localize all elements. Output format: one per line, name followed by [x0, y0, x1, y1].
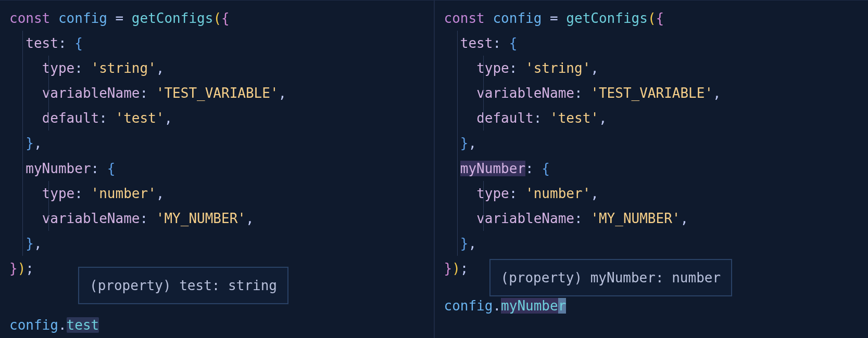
type-hint-tooltip: (property) myNumber: number [489, 259, 733, 296]
prop-variablename: variableName [42, 211, 140, 226]
colon: : [74, 60, 91, 76]
brace-close: } [460, 135, 469, 151]
identifier-config: config [9, 317, 58, 333]
prop-type: type [42, 186, 75, 201]
code-line[interactable]: type: 'string', [444, 56, 869, 81]
code-line[interactable]: }, [9, 231, 434, 256]
keyword-const: const [9, 10, 50, 26]
identifier-config: config [58, 10, 107, 26]
comma: , [590, 60, 599, 76]
comma: , [468, 236, 476, 251]
string-literal: 'test' [550, 110, 599, 126]
code-line[interactable]: type: 'number', [444, 181, 869, 206]
colon: : [140, 211, 156, 226]
string-literal: 'number' [91, 186, 156, 201]
prop-type: type [476, 186, 509, 201]
editor-pane-left[interactable]: const config = getConfigs({ test: { type… [0, 0, 435, 338]
comma: , [156, 60, 165, 76]
string-literal: 'test' [116, 110, 165, 126]
code-line[interactable]: default: 'test', [444, 106, 869, 131]
brace-close: } [26, 236, 34, 251]
colon: : [493, 35, 509, 51]
paren-open: ( [213, 10, 221, 26]
colon: : [140, 85, 156, 101]
code-line[interactable]: type: 'number', [9, 181, 434, 206]
code-line[interactable]: const config = getConfigs({ [444, 6, 869, 31]
brace-close: } [444, 261, 452, 276]
prop-variablename: variableName [476, 85, 574, 101]
code-line[interactable]: variableName: 'TEST_VARIABLE', [9, 81, 434, 106]
semicolon: ; [26, 261, 34, 276]
comma: , [34, 236, 42, 251]
brace-open: { [509, 35, 518, 51]
type-hint-tooltip: (property) test: string [78, 267, 288, 304]
fn-getconfigs: getConfigs [132, 10, 213, 26]
cursor-char: r [558, 298, 567, 314]
code-line[interactable]: myNumber: { [444, 156, 869, 181]
comma: , [164, 110, 172, 126]
brace-close: } [26, 135, 34, 151]
code-line[interactable]: test: { [444, 31, 869, 56]
prop-mynumber: myNumber [460, 161, 525, 176]
colon: : [74, 186, 91, 201]
code-line[interactable]: default: 'test', [9, 106, 434, 131]
prop-variablename: variableName [476, 211, 574, 226]
brace-close: } [9, 261, 18, 276]
code-line[interactable]: myNumber: { [9, 156, 434, 181]
colon: : [525, 161, 542, 176]
prop-access-test: test [67, 317, 99, 333]
string-literal: 'MY_NUMBER' [156, 211, 246, 226]
equals: = [107, 10, 132, 26]
code-line[interactable]: variableName: 'TEST_VARIABLE', [444, 81, 869, 106]
dot: . [493, 298, 501, 314]
brace-open: { [221, 10, 230, 26]
code-line[interactable]: }, [444, 131, 869, 155]
paren-open: ( [648, 10, 656, 26]
editor-container: const config = getConfigs({ test: { type… [0, 0, 868, 338]
comma: , [156, 186, 165, 201]
editor-pane-right[interactable]: const config = getConfigs({ test: { type… [435, 0, 869, 338]
brace-open: { [656, 10, 664, 26]
code-line-expr[interactable]: config.test [9, 313, 99, 337]
prop-type: type [476, 60, 509, 76]
prop-default: default [476, 110, 534, 126]
colon: : [99, 110, 115, 126]
paren-close: ) [18, 261, 26, 276]
code-line[interactable]: variableName: 'MY_NUMBER', [444, 206, 869, 231]
code-line[interactable]: type: 'string', [9, 56, 434, 81]
comma: , [468, 135, 476, 151]
comma: , [680, 211, 688, 226]
code-line[interactable]: test: { [9, 31, 434, 56]
code-line[interactable]: }, [444, 231, 869, 256]
string-literal: 'string' [525, 60, 590, 76]
colon: : [509, 60, 525, 76]
identifier-config: config [444, 298, 493, 314]
brace-open: { [542, 161, 550, 176]
dot: . [58, 317, 67, 333]
colon: : [534, 110, 550, 126]
comma: , [246, 211, 254, 226]
prop-type: type [42, 60, 75, 76]
colon: : [91, 161, 107, 176]
brace-close: } [460, 236, 469, 251]
comma: , [599, 110, 607, 126]
colon: : [574, 85, 590, 101]
prop-test: test [460, 35, 493, 51]
string-literal: 'number' [525, 186, 590, 201]
code-line[interactable]: const config = getConfigs({ [9, 6, 434, 31]
equals: = [542, 10, 566, 26]
code-line[interactable]: variableName: 'MY_NUMBER', [9, 206, 434, 231]
prop-test: test [26, 35, 58, 51]
prop-default: default [42, 110, 99, 126]
brace-open: { [74, 35, 83, 51]
comma: , [34, 135, 42, 151]
prop-variablename: variableName [42, 85, 140, 101]
prop-mynumber: myNumber [26, 161, 91, 176]
colon: : [509, 186, 525, 201]
string-literal: 'TEST_VARIABLE' [590, 85, 713, 101]
code-line-expr[interactable]: config.myNumber [444, 293, 567, 318]
code-line[interactable]: }, [9, 131, 434, 155]
keyword-const: const [444, 10, 485, 26]
colon: : [574, 211, 590, 226]
semicolon: ; [460, 261, 469, 276]
